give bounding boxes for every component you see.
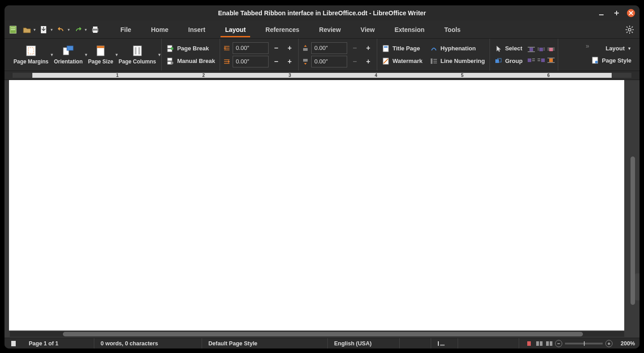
status-signature[interactable] — [458, 338, 519, 349]
undo-button[interactable]: ▼ — [55, 23, 67, 36]
print-button[interactable] — [89, 23, 101, 36]
svg-line-18 — [632, 31, 633, 33]
indent-left-increase[interactable]: + — [284, 42, 296, 54]
manual-break-button[interactable]: Manual Break — [164, 56, 217, 66]
open-button[interactable]: ▼ — [21, 23, 33, 36]
undo-dropdown-icon[interactable]: ▼ — [67, 28, 71, 32]
watermark-button[interactable]: Watermark — [380, 56, 424, 66]
statusbar: Page 1 of 1 0 words, 0 characters Defaul… — [4, 338, 640, 349]
chevron-down-icon: ▼ — [627, 46, 631, 51]
tab-view[interactable]: View — [351, 21, 385, 38]
indent-right-decrease[interactable]: − — [270, 56, 282, 67]
document-area — [4, 80, 640, 338]
save-status-icon[interactable] — [11, 340, 16, 348]
view-book-icon[interactable] — [545, 340, 553, 348]
open-dropdown-icon[interactable]: ▼ — [33, 28, 36, 32]
svg-rect-6 — [11, 27, 15, 28]
tab-file[interactable]: File — [110, 21, 141, 38]
svg-rect-81 — [540, 341, 543, 346]
page-style-button[interactable]: Page Style — [589, 55, 633, 65]
svg-rect-42 — [303, 48, 308, 51]
space-above-decrease[interactable]: − — [349, 42, 361, 54]
svg-rect-65 — [528, 58, 531, 62]
ribbon-group-pagefeatures: Title Page Watermark Hyphenation Line Nu… — [377, 39, 490, 71]
wrap-before-icon[interactable] — [537, 56, 545, 64]
page-break-button[interactable]: Page Break — [164, 44, 217, 54]
title-page-button[interactable]: Title Page — [380, 44, 424, 54]
svg-rect-33 — [168, 58, 172, 61]
indent-right-increase[interactable]: + — [284, 56, 296, 67]
page-margins-label: Page Margins — [13, 58, 49, 65]
select-button[interactable]: Select — [493, 44, 525, 54]
redo-dropdown-icon[interactable]: ▼ — [84, 28, 88, 32]
close-button[interactable] — [627, 9, 635, 17]
horizontal-scrollbar-thumb[interactable] — [63, 332, 583, 336]
zoom-out-button[interactable]: − — [555, 340, 562, 347]
indent-left-input[interactable] — [233, 42, 269, 54]
horizontal-scrollbar[interactable] — [10, 331, 624, 337]
indent-right-icon — [223, 58, 231, 66]
wrap-parallel-icon[interactable] — [537, 45, 545, 54]
page-columns-button[interactable]: Page Columns ▼ — [116, 43, 159, 67]
tabbar: ▼ ▼ ▼ ▼ File Home Insert Layout Refe — [4, 21, 640, 39]
group-button[interactable]: Group — [493, 56, 525, 66]
space-below-increase[interactable]: + — [362, 56, 374, 67]
page-margins-button[interactable]: Page Margins ▼ — [11, 43, 51, 67]
status-page[interactable]: Page 1 of 1 — [22, 338, 94, 349]
orientation-icon — [62, 45, 75, 57]
tab-home[interactable]: Home — [141, 21, 178, 38]
indent-right-input[interactable] — [233, 56, 269, 67]
wrap-off-icon[interactable] — [527, 45, 535, 54]
zoom-slider[interactable] — [565, 343, 603, 344]
vertical-scrollbar-thumb[interactable] — [631, 156, 635, 305]
status-insertmode[interactable] — [400, 338, 431, 349]
status-selection[interactable] — [431, 338, 458, 349]
sidebar-toggle-handle[interactable] — [635, 273, 640, 300]
view-single-icon[interactable] — [525, 340, 534, 348]
ribbon-group-breaks: Page Break Manual Break — [162, 39, 220, 71]
space-below-decrease[interactable]: − — [349, 56, 361, 67]
maximize-button[interactable] — [612, 8, 622, 18]
status-pagestyle[interactable]: Default Page Style — [202, 338, 328, 349]
page-canvas[interactable] — [9, 80, 624, 331]
line-numbering-button[interactable]: Line Numbering — [428, 56, 487, 66]
horizontal-ruler[interactable]: 1 2 3 4 5 6 — [4, 71, 640, 80]
hyphenation-button[interactable]: Hyphenation — [428, 44, 487, 54]
wrap-after-icon[interactable] — [547, 56, 555, 64]
new-doc-button[interactable] — [7, 23, 20, 36]
status-wordcount[interactable]: 0 words, 0 characters — [94, 338, 202, 349]
tab-layout[interactable]: Layout — [215, 21, 256, 38]
view-multi-icon[interactable] — [535, 340, 543, 348]
undo-icon — [57, 26, 65, 34]
zoom-in-button[interactable]: + — [605, 340, 613, 347]
svg-rect-11 — [93, 31, 97, 33]
save-button[interactable]: ▼ — [38, 23, 50, 36]
minimize-button[interactable] — [596, 8, 606, 18]
settings-button[interactable] — [622, 22, 637, 37]
wrap-through-icon[interactable] — [547, 45, 555, 54]
tab-insert[interactable]: Insert — [178, 21, 215, 38]
quick-access-toolbar: ▼ ▼ ▼ ▼ — [7, 23, 101, 36]
page-size-button[interactable]: Page Size ▼ — [85, 43, 116, 67]
ribbon-overflow-button[interactable]: » — [586, 42, 589, 49]
tab-references[interactable]: References — [256, 21, 309, 38]
wrap-optimal-icon[interactable] — [527, 56, 535, 64]
svg-rect-78 — [440, 344, 445, 346]
space-below-icon — [301, 58, 309, 66]
tab-extension[interactable]: Extension — [384, 21, 434, 38]
ruler-numbers: 1 2 3 4 5 6 — [33, 73, 550, 78]
layout-menu-button[interactable]: Layout ▼ — [604, 44, 633, 53]
space-below-input[interactable] — [311, 56, 347, 67]
save-dropdown-icon[interactable]: ▼ — [50, 28, 53, 32]
cursor-icon — [494, 45, 503, 53]
page-size-label: Page Size — [88, 58, 113, 65]
space-above-increase[interactable]: + — [362, 42, 374, 54]
redo-button[interactable]: ▼ — [72, 23, 84, 36]
zoom-level[interactable]: 200% — [615, 340, 635, 347]
status-language[interactable]: English (USA) — [328, 338, 400, 349]
tab-review[interactable]: Review — [309, 21, 351, 38]
tab-tools[interactable]: Tools — [434, 21, 470, 38]
indent-left-decrease[interactable]: − — [270, 42, 282, 54]
space-above-input[interactable] — [311, 42, 347, 54]
orientation-button[interactable]: Orientation ▼ — [51, 43, 85, 67]
